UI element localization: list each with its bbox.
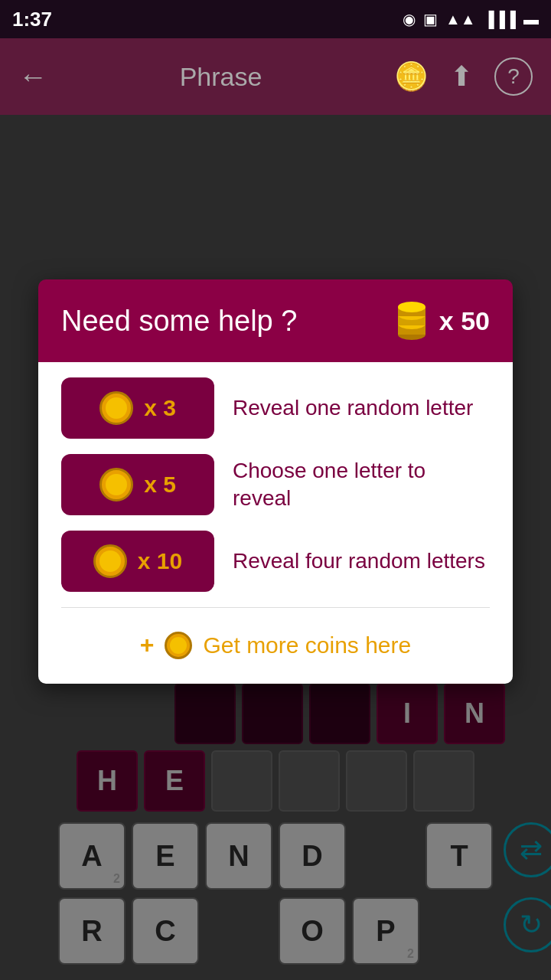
wifi-icon: ▲▲ (445, 11, 476, 28)
option-1-badge[interactable]: x 3 (61, 377, 214, 439)
top-bar: ← Phrase 🪙 ⬆ ? (0, 38, 551, 115)
plus-sign: + (140, 631, 155, 659)
option-1-desc: Reveal one random letter (233, 394, 473, 422)
dialog-header: Need some help ? x 50 (38, 279, 513, 362)
signal-icon: ◉ (403, 10, 416, 28)
page-title: Phrase (180, 62, 262, 92)
signal-bars-icon: ▐▐▐ (483, 11, 516, 28)
get-more-coins-button[interactable]: + Get more coins here (61, 614, 490, 676)
coin-icon-get (165, 632, 192, 659)
option-2-badge[interactable]: x 5 (61, 454, 214, 515)
share-icon[interactable]: ⬆ (450, 60, 473, 93)
help-dialog: Need some help ? x 50 (38, 279, 513, 684)
status-icons: ◉ ▣ ▲▲ ▐▐▐ ▬ (403, 10, 539, 28)
option-2-desc: Choose one letter to reveal (233, 457, 490, 513)
help-option-3[interactable]: x 10 Reveal four random letters (61, 531, 490, 592)
coin-stack-icon (392, 301, 432, 341)
help-option-2[interactable]: x 5 Choose one letter to reveal (61, 454, 490, 515)
coin-icon-3 (93, 544, 127, 578)
option-3-badge[interactable]: x 10 (61, 531, 214, 592)
option-1-cost: x 3 (144, 395, 176, 421)
status-time: 1:37 (12, 8, 52, 31)
option-3-cost: x 10 (138, 548, 182, 574)
coin-info: x 50 (392, 301, 490, 341)
coin-icon-2 (99, 468, 133, 501)
dialog-title: Need some help ? (61, 305, 297, 338)
svg-point-6 (398, 302, 425, 312)
coin-count-label: x 50 (439, 306, 490, 336)
option-2-cost: x 5 (144, 472, 176, 498)
top-bar-actions: 🪙 ⬆ ? (394, 57, 533, 96)
sim-icon: ▣ (423, 10, 438, 28)
game-background: Need some help ? x 50 (0, 115, 551, 980)
coins-icon[interactable]: 🪙 (394, 60, 429, 93)
battery-icon: ▬ (523, 11, 539, 28)
option-3-desc: Reveal four random letters (233, 547, 485, 575)
back-button[interactable]: ← (18, 60, 47, 93)
help-option-1[interactable]: x 3 Reveal one random letter (61, 377, 490, 439)
help-icon[interactable]: ? (494, 57, 533, 96)
coin-icon-1 (99, 391, 133, 425)
divider (61, 607, 490, 608)
status-bar: 1:37 ◉ ▣ ▲▲ ▐▐▐ ▬ (0, 0, 551, 38)
get-coins-label: Get more coins here (203, 632, 411, 658)
dialog-body: x 3 Reveal one random letter x 5 Choose … (38, 362, 513, 684)
